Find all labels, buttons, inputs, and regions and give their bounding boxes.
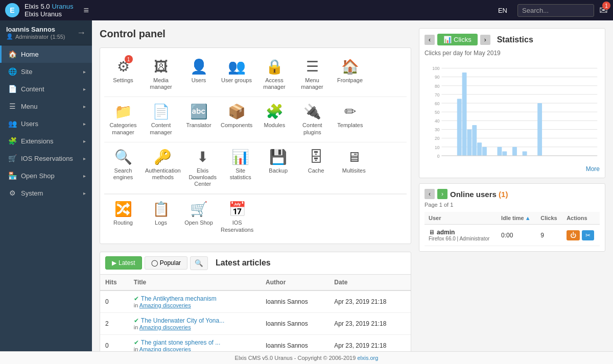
monitor-icon: 🖥 [429, 229, 435, 236]
hamburger-button[interactable]: ≡ [83, 5, 89, 16]
sidebar-icon-open-shop: 🏪 [8, 172, 17, 180]
col-title: Title [129, 275, 261, 290]
svg-rect-31 [523, 151, 527, 156]
main-layout: Ioannis Sannos 👤 Administrator (1:55) → … [0, 20, 613, 351]
article-cat-link[interactable]: Amazing discoveries [139, 346, 191, 351]
cp-item-translator[interactable]: 🔤 Translator [180, 97, 218, 141]
sidebar-item-users[interactable]: 👥 Users ▸ [0, 115, 92, 132]
cp-item-elxis-downloads[interactable]: ⬇ Elxis Downloads Center [184, 142, 222, 194]
cp-icon-auth-methods: 🔑 [154, 149, 172, 165]
cp-item-menu-manager[interactable]: ☰ Menu manager [293, 52, 331, 96]
svg-rect-23 [462, 72, 467, 156]
cp-item-components[interactable]: 📦 Components [218, 97, 255, 141]
col-author: Author [261, 275, 329, 290]
mail-button[interactable]: ✉ 1 [599, 4, 608, 16]
page-title: Control panel [100, 28, 411, 40]
cp-item-user-groups[interactable]: 👥 User groups [218, 52, 255, 96]
cp-item-backup[interactable]: 💾 Backup [260, 142, 297, 194]
cp-item-ios-reservations-cp[interactable]: 📅 IOS Reservations [218, 195, 256, 239]
stats-clicks-button[interactable]: 📊 Clicks [437, 34, 478, 45]
article-title-link[interactable]: ✔The giant stone spheres of ... [134, 339, 220, 346]
app-codename: Uranus [52, 3, 74, 10]
online-idle-time: 0:00 [497, 225, 536, 246]
sidebar-item-open-shop[interactable]: 🏪 Open Shop ▸ [0, 167, 92, 184]
cp-icon-users: 👤 [190, 58, 208, 75]
cp-label-media-manager: Media manager [145, 77, 177, 90]
action-power-button[interactable]: ⏻ [567, 230, 580, 240]
sidebar-item-content[interactable]: 📄 Content ▸ [0, 80, 92, 98]
cp-item-cache[interactable]: 🗄 Cache [297, 142, 335, 194]
cp-item-multisites[interactable]: 🖥 Multisites [335, 142, 373, 194]
stats-next-button[interactable]: › [480, 35, 490, 45]
sidebar-item-system[interactable]: ⚙ System ▸ [0, 184, 92, 202]
tab-search-button[interactable]: 🔍 [190, 256, 208, 270]
sidebar-arrow-ios-reservations: ▸ [83, 156, 86, 161]
action-edit-button[interactable]: ✂ [582, 230, 594, 240]
cp-item-auth-methods[interactable]: 🔑 Authentication methods [142, 142, 184, 194]
cp-item-users[interactable]: 👤 Users [180, 52, 218, 96]
online-actions: ⏻ ✂ [562, 225, 600, 246]
svg-rect-26 [477, 142, 482, 156]
article-cat-link[interactable]: Amazing discoveries [139, 302, 191, 308]
cp-item-frontpage[interactable]: 🏠 Frontpage [331, 52, 369, 96]
tab-latest[interactable]: ▶ Latest [105, 256, 142, 270]
cp-item-open-shop-cp[interactable]: 🛒 Open Shop [180, 195, 218, 239]
sidebar-item-site[interactable]: 🌐 Site ▸ [0, 63, 92, 80]
sidebar-label-content: Content [21, 85, 79, 93]
footer-link[interactable]: elxis.org [357, 355, 378, 361]
logout-button[interactable]: → [77, 28, 86, 38]
cp-icon-ios-reservations-cp: 📅 [228, 201, 246, 217]
content-area: Control panel ⚙ 1 Settings 🖼 Media manag… [92, 20, 419, 351]
sidebar-item-ios-reservations[interactable]: 🛒 IOS Reservations ▸ [0, 150, 92, 167]
online-next-button[interactable]: › [437, 189, 447, 199]
statistics-card: ‹ 📊 Clicks › Statistics Clicks per day f… [419, 28, 605, 178]
cp-item-media-manager[interactable]: 🖼 Media manager [142, 52, 180, 96]
popular-icon: ◯ [151, 259, 158, 266]
cp-item-routing[interactable]: 🔀 Routing [104, 195, 142, 239]
article-hits: 2 [100, 312, 129, 334]
sidebar-item-extensions[interactable]: 🧩 Extensions ▸ [0, 132, 92, 150]
svg-rect-22 [457, 99, 462, 156]
stats-prev-button[interactable]: ‹ [425, 35, 435, 45]
search-input[interactable] [517, 4, 594, 17]
cp-icon-templates: ✏ [344, 103, 356, 120]
article-category: in Amazing discoveries [134, 302, 255, 308]
cp-icon-modules: 🧩 [266, 103, 284, 120]
tab-popular[interactable]: ◯ Popular [145, 256, 187, 270]
article-title-link[interactable]: ✔The Antikythera mechanism [134, 295, 217, 302]
cp-label-components: Components [221, 122, 252, 129]
article-cat-link[interactable]: Amazing discoveries [139, 324, 191, 330]
svg-text:50: 50 [435, 110, 440, 115]
cp-label-open-shop-cp: Open Shop [184, 220, 213, 226]
cp-item-content-plugins[interactable]: 🔌 Content plugins [293, 97, 331, 141]
sidebar-arrow-site: ▸ [83, 69, 86, 75]
cp-item-modules[interactable]: 🧩 Modules [255, 97, 293, 141]
articles-table: Hits Title Author Date 0 ✔The Antikyther… [100, 275, 411, 351]
sidebar-item-menu[interactable]: ☰ Menu ▸ [0, 98, 92, 115]
cp-icon-media-manager: 🖼 [154, 58, 168, 75]
online-user-cell: 🖥 admin Firefox 66.0 | Administrator [425, 225, 497, 246]
svg-text:100: 100 [432, 66, 440, 71]
cp-item-site-statistics[interactable]: 📊 Site statistics [222, 142, 260, 194]
cp-item-access-manager[interactable]: 🔒 Access manager [255, 52, 293, 96]
online-user-row: 🖥 admin Firefox 66.0 | Administrator 0:0… [425, 225, 600, 246]
cp-item-logs[interactable]: 📋 Logs [142, 195, 180, 239]
cp-item-content-manager[interactable]: 📄 Content manager [142, 97, 180, 141]
article-title-link[interactable]: ✔The Underwater City of Yona... [134, 317, 224, 324]
table-row: 0 ✔The giant stone spheres of ... in Ama… [100, 334, 411, 351]
article-author: Ioannis Sannos [261, 334, 329, 351]
article-category: in Amazing discoveries [134, 324, 255, 330]
language-selector[interactable]: EN [498, 7, 507, 14]
cp-item-categories-manager[interactable]: 📁 Categories manager [104, 97, 142, 141]
cp-item-search-engines[interactable]: 🔍 Search engines [104, 142, 142, 194]
username: Ioannis Sannos [6, 26, 65, 33]
article-author: Ioannis Sannos [261, 312, 329, 334]
stats-subtitle: Clicks per day for May 2019 [425, 50, 600, 57]
cp-item-templates[interactable]: ✏ Templates [331, 97, 369, 141]
svg-rect-30 [512, 147, 517, 156]
sidebar-icon-menu: ☰ [8, 102, 17, 110]
online-prev-button[interactable]: ‹ [425, 189, 435, 199]
sidebar-item-home[interactable]: 🏠 Home [0, 45, 92, 63]
cp-item-settings[interactable]: ⚙ 1 Settings [104, 52, 142, 96]
app-name: Elxis [25, 3, 38, 10]
